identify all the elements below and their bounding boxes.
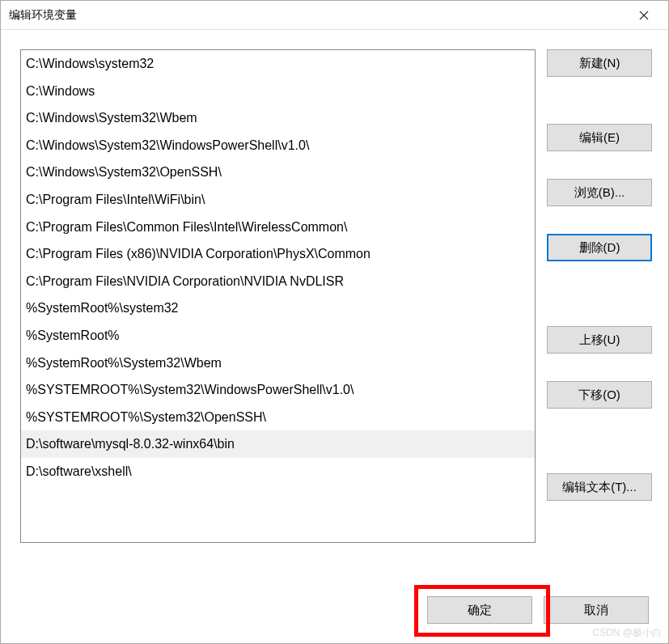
spacer <box>547 159 652 171</box>
close-icon <box>639 11 649 20</box>
list-item[interactable]: C:\Program Files\Intel\WiFi\bin\ <box>21 186 535 214</box>
delete-button[interactable]: 删除(D) <box>547 234 652 261</box>
list-item[interactable]: C:\Program Files (x86)\NVIDIA Corporatio… <box>21 240 535 268</box>
move-up-button[interactable]: 上移(U) <box>547 326 652 354</box>
list-item[interactable]: C:\Program Files\Common Files\Intel\Wire… <box>21 214 535 241</box>
close-button[interactable] <box>628 3 660 28</box>
list-item[interactable]: %SystemRoot%\system32 <box>21 294 535 322</box>
list-item[interactable]: C:\Windows\System32\Wbem <box>21 104 535 132</box>
window-title: 编辑环境变量 <box>9 8 77 23</box>
spacer <box>547 214 652 226</box>
list-item[interactable]: C:\Windows\System32\OpenSSH\ <box>21 159 535 186</box>
spacer <box>547 85 652 116</box>
spacer <box>547 417 652 465</box>
list-item[interactable]: %SystemRoot%\System32\Wbem <box>21 350 535 377</box>
side-button-panel: 新建(N) 编辑(E) 浏览(B)... 删除(D) 上移(U) 下移(O) 编… <box>547 49 652 580</box>
ok-button[interactable]: 确定 <box>427 596 532 624</box>
titlebar: 编辑环境变量 <box>1 1 668 30</box>
spacer <box>547 269 652 318</box>
list-item[interactable]: D:\software\xshell\ <box>21 458 535 485</box>
move-down-button[interactable]: 下移(O) <box>547 381 652 409</box>
list-item[interactable]: C:\Program Files\NVIDIA Corporation\NVID… <box>21 268 535 295</box>
edit-text-button[interactable]: 编辑文本(T)... <box>547 473 652 501</box>
dialog-window: 编辑环境变量 C:\Windows\system32C:\WindowsC:\W… <box>0 0 669 644</box>
list-item[interactable]: %SYSTEMROOT%\System32\WindowsPowerShell\… <box>21 376 535 404</box>
list-item[interactable]: %SystemRoot% <box>21 322 535 350</box>
watermark-text: CSDN @极小白 <box>592 626 662 640</box>
path-listbox[interactable]: C:\Windows\system32C:\WindowsC:\Windows\… <box>20 49 536 543</box>
list-item[interactable]: C:\Windows <box>21 78 535 105</box>
list-item[interactable]: C:\Windows\System32\WindowsPowerShell\v1… <box>21 132 535 159</box>
spacer <box>547 362 652 373</box>
list-item[interactable]: D:\software\mysql-8.0.32-winx64\bin <box>21 430 535 458</box>
footer-buttons: 确定 取消 <box>1 596 668 643</box>
edit-button[interactable]: 编辑(E) <box>547 124 652 151</box>
cancel-button[interactable]: 取消 <box>544 596 649 624</box>
new-button[interactable]: 新建(N) <box>547 49 652 77</box>
list-item[interactable]: C:\Windows\system32 <box>21 50 535 78</box>
browse-button[interactable]: 浏览(B)... <box>547 179 652 206</box>
content-area: C:\Windows\system32C:\WindowsC:\Windows\… <box>1 30 668 596</box>
list-item[interactable]: %SYSTEMROOT%\System32\OpenSSH\ <box>21 404 535 431</box>
